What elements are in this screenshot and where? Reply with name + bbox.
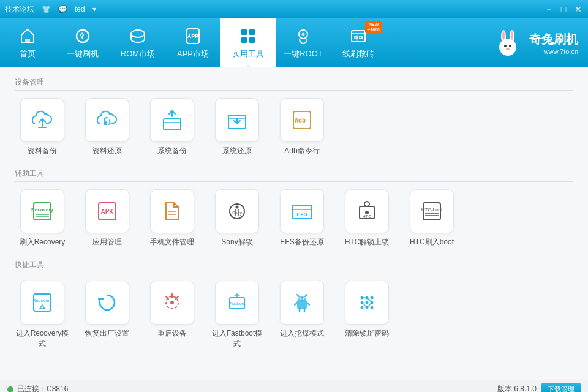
svg-rect-11 [352, 31, 365, 42]
screen-password-icon [353, 289, 380, 316]
svg-point-75 [371, 296, 374, 300]
svg-point-41 [236, 206, 239, 209]
statusbar: 已连接：C8816 版本:6.8.1.0 下载管理 [0, 380, 588, 392]
tool-restore[interactable]: 资料还原 [80, 98, 135, 156]
nav-home-label: 首页 [20, 48, 36, 59]
svg-text:Fastboot: Fastboot [228, 301, 245, 306]
dropdown-icon[interactable]: ▾ [92, 5, 96, 13]
digging-label: 进入挖煤模式 [280, 328, 324, 339]
section-device-management: 设备管理 [15, 77, 573, 91]
nav-flash-label: 一键刷机 [67, 48, 99, 59]
svg-point-77 [366, 301, 369, 304]
tool-sony[interactable]: Sony Sony解锁 [209, 189, 265, 247]
tool-recovery[interactable]: Recovery 刷入Recovery [15, 189, 70, 247]
ted-label[interactable]: ted [75, 5, 85, 13]
file-label: 手机文件管理 [150, 237, 194, 247]
tool-reboot[interactable]: 重启设备 [145, 281, 200, 349]
nav-rom-label: ROM市场 [121, 48, 155, 59]
svg-point-47 [364, 202, 369, 206]
nav-item-root[interactable]: 一键ROOT [276, 18, 331, 67]
device-management-grid: 资料备份 资料还原 系统备份 [15, 98, 573, 156]
titlebar-links: 技术论坛 👕 💬 ted ▾ [5, 4, 96, 15]
svg-rect-6 [249, 29, 255, 35]
tool-fastboot[interactable]: Fastboot 进入Fastboot模式 [209, 281, 265, 349]
minimize-button[interactable]: － [544, 4, 554, 14]
recovery-mode-icon-box: Recovery [20, 281, 64, 325]
sys-restore-label: 系统还原 [222, 146, 252, 156]
tool-recovery-mode[interactable]: Recovery 进入Recovery模式 [15, 281, 70, 349]
nav-item-rescue[interactable]: NEW+1000 线刷救砖 [331, 18, 386, 67]
svg-point-23 [509, 45, 511, 47]
apk-icon: APK [94, 198, 121, 225]
root-icon [293, 26, 313, 46]
svg-text:EFS: EFS [296, 211, 307, 217]
titlebar: 技术论坛 👕 💬 ted ▾ － □ ✕ [0, 0, 588, 18]
nav-item-flash[interactable]: 一键刷机 [55, 18, 110, 67]
app-icon: APP [183, 26, 203, 46]
close-button[interactable]: ✕ [573, 4, 583, 14]
recovery-icon: Recovery [29, 198, 56, 225]
status-right: 版本:6.8.1.0 下载管理 [497, 383, 581, 392]
maximize-button[interactable]: □ [559, 4, 568, 14]
apk-label: 应用管理 [92, 237, 122, 247]
cloud-upload-icon [29, 107, 56, 134]
status-left: 已连接：C8816 [7, 384, 68, 392]
htc-boot-label: HTC刷入boot [410, 237, 454, 247]
nav-item-tools[interactable]: 实用工具 [221, 18, 276, 67]
tool-htc-unlock[interactable]: HTC HTC解锁上锁 [339, 189, 394, 247]
svg-point-24 [506, 48, 510, 50]
svg-point-57 [170, 301, 174, 304]
navbar: 首页 一键刷机 ROM市场 APP APP市场 实用工具 [0, 18, 588, 67]
tool-backup[interactable]: 资料备份 [15, 98, 70, 156]
htc-boot-icon-box: HTC-boot [410, 189, 454, 233]
backup-label: 资料备份 [28, 146, 57, 156]
reboot-icon-box [150, 281, 194, 325]
tool-sys-restore[interactable]: 系统还原 [209, 98, 265, 156]
svg-text:Adb_: Adb_ [295, 117, 310, 124]
svg-point-20 [511, 31, 513, 40]
active-indicator [244, 64, 252, 67]
svg-point-64 [298, 296, 306, 301]
tool-sys-backup[interactable]: 系统备份 [145, 98, 200, 156]
main-content: 设备管理 资料备份 资料还原 [0, 67, 588, 380]
svg-line-71 [295, 303, 297, 305]
restore-icon-box [85, 98, 129, 142]
file-icon-box [150, 189, 194, 233]
fastboot-label: 进入Fastboot模式 [209, 328, 265, 349]
htc-boot-icon: HTC-boot [418, 198, 445, 225]
tool-file[interactable]: 手机文件管理 [145, 189, 200, 247]
digging-icon-box [280, 281, 324, 325]
forum-link[interactable]: 技术论坛 [5, 4, 34, 15]
svg-rect-14 [360, 36, 362, 39]
rabbit-logo [492, 28, 523, 58]
tool-adb[interactable]: Adb_ Adb命令行 [274, 98, 330, 156]
tool-apk[interactable]: APK 应用管理 [80, 189, 135, 247]
htc-unlock-icon-box: HTC [345, 189, 389, 233]
download-button[interactable]: 下载管理 [541, 383, 581, 392]
adb-icon: Adb_ [288, 107, 315, 134]
brand-url: www.7to.cn [529, 48, 578, 55]
htc-unlock-label: HTC解锁上锁 [345, 237, 390, 247]
factory-reset-icon [94, 289, 121, 316]
svg-rect-13 [355, 36, 357, 39]
svg-text:Recovery: Recovery [31, 207, 54, 213]
nav-item-rom[interactable]: ROM市场 [110, 18, 165, 67]
logo-area: 奇兔刷机 www.7to.cn [492, 18, 588, 67]
home-icon [18, 26, 37, 46]
nav-item-home[interactable]: 首页 [0, 18, 55, 67]
tool-digging[interactable]: 进入挖煤模式 [274, 281, 330, 349]
new-badge: NEW+1000 [365, 21, 382, 33]
tool-htc-boot[interactable]: HTC-boot HTC刷入boot [404, 189, 459, 247]
nav-item-app[interactable]: APP APP市场 [165, 18, 221, 67]
svg-rect-7 [241, 37, 247, 43]
svg-point-2 [131, 30, 145, 37]
tool-factory-reset[interactable]: 恢复出厂设置 [80, 281, 135, 349]
tool-efs[interactable]: EFS EFS备份还原 [274, 189, 330, 247]
svg-rect-63 [297, 300, 307, 309]
tool-screen-pwd[interactable]: 清除锁屏密码 [339, 281, 394, 349]
tools-icon [238, 26, 258, 46]
cloud-restore-icon [94, 107, 121, 134]
svg-text:Recovery: Recovery [32, 298, 52, 303]
svg-point-68 [303, 298, 304, 300]
efs-label: EFS备份还原 [280, 237, 323, 247]
